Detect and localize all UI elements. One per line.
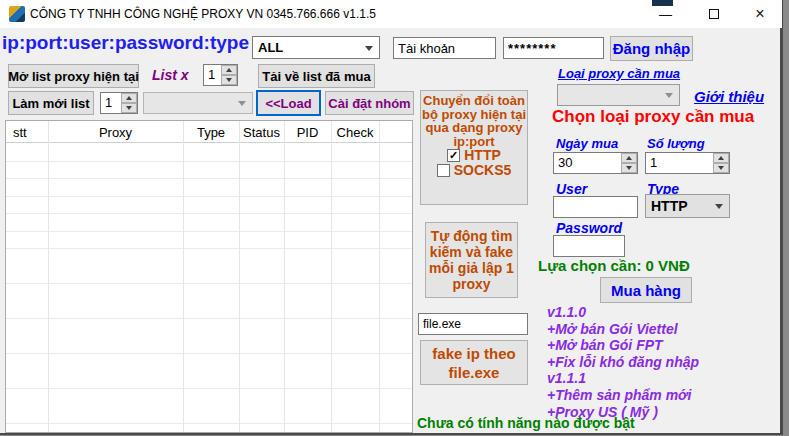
quantity-label: Số lượng <box>647 136 705 151</box>
days-value: 30 <box>558 155 572 170</box>
close-button[interactable]: × <box>738 0 782 28</box>
changelog-line: v1.1.0 <box>547 304 699 321</box>
grid-line <box>331 121 332 432</box>
buy-password-input[interactable] <box>553 235 625 257</box>
column-header-extra[interactable] <box>379 121 412 143</box>
http-checkbox[interactable]: ✓ <box>447 149 460 162</box>
socks5-checkbox-label: SOCKS5 <box>454 164 512 178</box>
login-button[interactable]: Đăng nhập <box>610 36 693 61</box>
arrow-up-icon <box>626 156 632 160</box>
auto-fake-text: Tự động tìm kiếm và fake mỗi giả lập 1 p… <box>426 228 517 292</box>
grid-line <box>239 121 240 432</box>
column-header-stt[interactable]: stt <box>6 121 48 143</box>
spin-down-button[interactable] <box>221 75 237 85</box>
http-checkbox-row[interactable]: ✓ HTTP <box>447 149 501 163</box>
spinner <box>713 153 729 173</box>
column-header-pid[interactable]: PID <box>284 121 331 143</box>
maximize-button[interactable] <box>691 0 736 28</box>
group-select[interactable] <box>143 92 253 114</box>
app-icon <box>9 6 25 22</box>
account-input[interactable] <box>393 37 496 59</box>
arrow-down-icon <box>226 78 232 82</box>
chevron-down-icon <box>715 204 723 209</box>
proxy-table[interactable]: stt Proxy Type Status PID Check <box>5 120 413 433</box>
buy-button[interactable]: Mua hàng <box>600 277 692 303</box>
refresh-list-button[interactable]: Làm mới list <box>8 91 94 115</box>
spin-up-button[interactable] <box>121 93 137 103</box>
arrow-up-icon <box>126 96 132 100</box>
column-header-proxy[interactable]: Proxy <box>48 121 183 143</box>
days-label: Ngày mua <box>556 136 618 151</box>
spinner <box>621 153 637 173</box>
arrow-down-icon <box>626 166 632 170</box>
choose-proxy-heading: Chọn loại proxy cần mua <box>552 107 754 127</box>
user-input[interactable] <box>553 196 638 218</box>
file-exe-input[interactable] <box>418 313 528 335</box>
close-icon: × <box>755 5 764 23</box>
password-input[interactable] <box>503 37 604 59</box>
spin-down-button[interactable] <box>713 163 729 173</box>
spin-up-button[interactable] <box>221 65 237 75</box>
intro-link[interactable]: Giới thiệu <box>694 88 764 105</box>
total-price-label: Lựa chọn cần: 0 VNĐ <box>538 257 690 274</box>
proxy-type-filter-value: ALL <box>258 40 283 55</box>
group-number-stepper[interactable]: 1 <box>100 92 138 114</box>
proxy-format-label: ip:port:user:password:type <box>2 32 249 54</box>
chevron-down-icon <box>238 101 246 106</box>
buy-type-select[interactable]: HTTP <box>645 194 730 218</box>
spin-down-button[interactable] <box>621 163 637 173</box>
maximize-icon <box>709 9 719 19</box>
buy-type-value: HTTP <box>651 198 688 214</box>
fake-ip-file-button[interactable]: fake ip theo file.exe <box>420 340 528 385</box>
proxy-table-header: stt Proxy Type Status PID Check <box>6 121 412 143</box>
column-header-check[interactable]: Check <box>331 121 379 143</box>
window-title: CÔNG TY TNHH CÔNG NGHỆ PROXY VN 0345.766… <box>30 7 376 21</box>
buy-proxy-type-select[interactable] <box>557 84 680 106</box>
changelog-line: +Mở bán Gói Viettel <box>547 321 699 338</box>
grid-line <box>48 121 49 432</box>
auto-fake-button[interactable]: Tự động tìm kiếm và fake mỗi giả lập 1 p… <box>425 222 518 298</box>
group-number-value: 1 <box>105 95 112 110</box>
changelog: v1.1.0 +Mở bán Gói Viettel +Mở bán Gói F… <box>547 304 699 420</box>
changelog-line: +Thêm sản phẩm mới <box>547 387 699 404</box>
socks5-checkbox[interactable] <box>437 164 450 177</box>
spinner <box>121 93 137 113</box>
download-purchased-list-button[interactable]: Tải về list đã mua <box>258 64 375 88</box>
grid-line <box>284 121 285 432</box>
changelog-line: v1.1.1 <box>547 370 699 387</box>
app-window: CÔNG TY TNHH CÔNG NGHỆ PROXY VN 0345.766… <box>0 0 783 435</box>
list-number-stepper[interactable]: 1 <box>203 64 238 86</box>
socks5-checkbox-row[interactable]: SOCKS5 <box>437 164 512 178</box>
grid-line <box>183 121 184 432</box>
spin-up-button[interactable] <box>713 153 729 163</box>
group-settings-button[interactable]: Cài đặt nhóm <box>325 91 414 115</box>
arrow-up-icon <box>718 156 724 160</box>
chevron-down-icon <box>665 93 673 98</box>
spin-down-button[interactable] <box>121 103 137 113</box>
open-current-list-button[interactable]: Mở list proxy hiện tại <box>8 64 139 88</box>
chevron-down-icon <box>365 46 373 51</box>
spinner <box>221 65 237 85</box>
arrow-up-icon <box>226 68 232 72</box>
quantity-stepper[interactable]: 1 <box>645 152 730 174</box>
buy-proxy-type-label: Loại proxy cần mua <box>558 66 680 81</box>
user-label: User <box>556 181 587 197</box>
list-x-label: List x <box>152 67 189 83</box>
days-stepper[interactable]: 30 <box>553 152 638 174</box>
column-header-status[interactable]: Status <box>239 121 284 143</box>
desktop-artifact <box>652 0 673 6</box>
list-number-value: 1 <box>208 67 215 82</box>
convert-proxy-panel[interactable]: Chuyển đổi toàn bộ proxy hiện tại qua dạ… <box>420 90 528 205</box>
quantity-value: 1 <box>650 155 657 170</box>
convert-proxy-text: Chuyển đổi toàn bộ proxy hiện tại qua dạ… <box>421 94 527 148</box>
grid-line <box>379 121 380 432</box>
column-header-type[interactable]: Type <box>183 121 239 143</box>
proxy-table-body[interactable] <box>6 144 412 432</box>
proxy-type-filter-select[interactable]: ALL <box>252 36 380 59</box>
status-message: Chưa có tính năng nào được bật <box>417 415 635 431</box>
arrow-down-icon <box>126 106 132 110</box>
load-button[interactable]: <<Load <box>256 90 321 116</box>
http-checkbox-label: HTTP <box>464 149 501 163</box>
desktop-background: CÔNG TY TNHH CÔNG NGHỆ PROXY VN 0345.766… <box>0 0 789 436</box>
spin-up-button[interactable] <box>621 153 637 163</box>
